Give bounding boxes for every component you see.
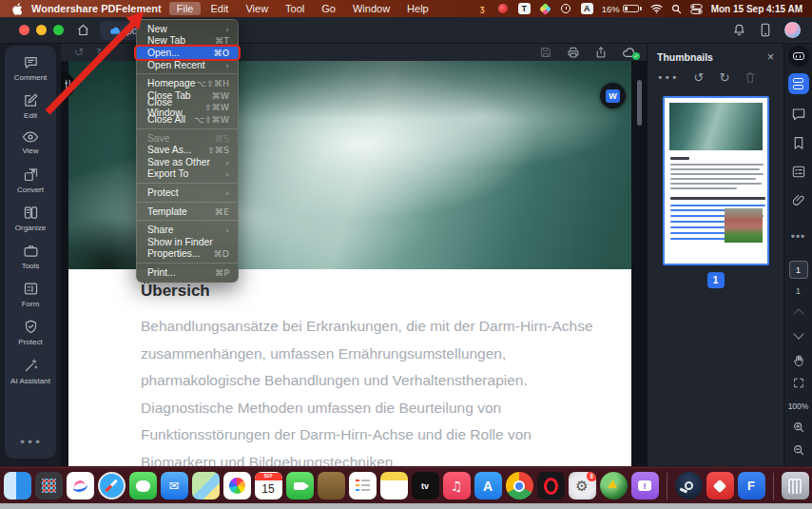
status-app-icon-1[interactable]: ʒ [476,3,489,15]
menubar-menu-go[interactable]: Go [314,2,343,15]
status-shortcuts-icon[interactable] [539,3,551,15]
comments-tab-icon[interactable] [791,108,805,121]
document-scrollbar[interactable] [637,80,642,126]
dock-opera-icon[interactable] [537,472,565,499]
sidebar-item-convert[interactable]: Convert [5,166,56,194]
dock-facetime-icon[interactable] [286,472,314,499]
sidebar-item-ai-assistant[interactable]: AI Assistant [5,358,56,385]
status-app-icon-2[interactable] [497,3,510,15]
minimize-window-button[interactable] [36,25,47,35]
fields-tab-icon[interactable] [791,165,805,179]
menubar-menu-view[interactable]: View [238,2,276,15]
menu-item-properties[interactable]: Properties...⌘D [137,248,238,261]
sidebar-item-view[interactable]: View [5,130,56,155]
menubar-clock[interactable]: Mon 15 Sep 4:15 AM [711,4,802,14]
previous-page-button[interactable] [795,310,802,318]
zoom-window-button[interactable] [53,25,64,35]
dock-red-diamond-app-icon[interactable] [706,472,734,499]
dock-settings-icon[interactable]: ⚙3 [569,472,596,499]
hand-tool-icon[interactable] [792,354,805,368]
sidebar-more-button[interactable]: ••• [19,436,42,449]
wifi-icon[interactable] [650,4,663,13]
undo-button[interactable]: ↺ [74,46,84,59]
menu-item-new[interactable]: New› [137,23,238,35]
menu-item-close-all[interactable]: Close All⌥⇧⌘W [137,113,238,126]
rotate-right-icon[interactable]: ↻ [719,70,729,85]
dock-music-icon[interactable]: ♫ [443,472,471,499]
menu-item-new-tab[interactable]: New Tab⌘T [137,35,238,48]
menu-item-template[interactable]: Template⌘E [137,206,238,218]
menu-item-homepage[interactable]: Homepage⌥⇧⌘H [137,77,238,89]
dock-launchpad-icon[interactable] [35,472,63,499]
dock-steam-icon[interactable] [675,472,703,499]
strip-more-button[interactable]: ••• [791,230,806,244]
apple-menu-icon[interactable] [10,2,22,15]
current-page-input[interactable]: 1 [789,261,808,279]
ai-chatbot-icon[interactable] [788,46,809,67]
dock-reminders-icon[interactable] [349,472,377,499]
menu-item-share[interactable]: Share› [137,224,238,236]
sidebar-item-protect[interactable]: Protect [5,319,56,346]
next-page-button[interactable] [795,330,802,338]
redo-button[interactable]: ↻ [96,46,106,59]
status-a-badge-icon[interactable]: A [581,3,593,14]
close-panel-icon[interactable]: × [767,51,774,63]
menu-item-print[interactable]: Print...⌘P [137,266,238,279]
notifications-bell-icon[interactable] [732,23,746,37]
status-t-badge-icon[interactable]: T [518,3,531,14]
menubar-app-name[interactable]: Wondershare PDFelement [31,3,162,14]
menubar-menu-file[interactable]: File [169,2,202,15]
dock-appstore-icon[interactable]: A [474,472,502,499]
share-button[interactable] [594,46,608,59]
control-center-icon[interactable] [690,4,703,14]
dock-safari-icon[interactable] [98,472,126,499]
dock-pdfelement-icon[interactable]: F [738,472,765,499]
bookmarks-tab-icon[interactable] [792,136,804,150]
rotate-left-icon[interactable]: ↺ [693,70,704,85]
menubar-menu-window[interactable]: Window [345,2,397,15]
menu-item-show-in-finder[interactable]: Show in Finder [137,236,238,248]
dock-mail-icon[interactable]: ✉ [161,472,188,499]
thumbnails-more-button[interactable]: ••• [657,71,678,84]
status-clock-icon[interactable] [560,3,572,15]
delete-page-icon[interactable] [744,71,756,84]
menu-item-close-window[interactable]: Close Window⇧⌘W [137,102,238,114]
zoom-out-icon[interactable] [792,443,805,457]
spotlight-search-icon[interactable] [671,4,682,14]
cloud-sync-button[interactable]: ✓ [622,47,637,58]
menu-item-protect[interactable]: Protect› [137,186,238,199]
dock-chat-app-icon[interactable]: ! [631,472,659,499]
sidebar-item-comment[interactable]: Comment [5,54,56,82]
dock-notes-icon[interactable] [380,472,408,499]
dock-photos-icon[interactable] [223,472,251,499]
menu-item-save-as-other[interactable]: Save as Other› [137,156,238,168]
dock-globe-arrow-app-icon[interactable] [600,472,628,499]
sidebar-item-form[interactable]: Form [5,281,56,308]
close-window-button[interactable] [19,25,29,35]
zoom-in-icon[interactable] [792,421,805,434]
menu-item-open-recent[interactable]: Open Recent› [137,59,238,71]
menubar-menu-tool[interactable]: Tool [278,2,312,15]
dock-freeform-icon[interactable] [67,472,94,499]
dock-tv-icon[interactable]: tv [412,472,439,499]
menubar-menu-help[interactable]: Help [399,2,436,15]
zoom-level-label[interactable]: 100% [788,401,809,411]
sidebar-item-organize[interactable]: Organize [5,205,56,232]
page-thumbnail[interactable] [663,96,769,265]
user-avatar[interactable] [784,22,801,38]
dock-trash-icon[interactable] [782,472,809,499]
menubar-menu-edit[interactable]: Edit [203,2,236,15]
sidebar-item-edit[interactable]: Edit [5,92,56,120]
thumbnails-tab-active[interactable] [788,73,809,94]
convert-to-word-badge[interactable]: W [600,83,626,108]
dock-books-icon[interactable] [318,472,345,499]
menu-item-export-to[interactable]: Export To› [137,168,238,181]
home-icon[interactable] [76,23,90,37]
dock-messages-icon[interactable] [129,472,157,499]
sidebar-item-tools[interactable]: Tools [5,243,56,270]
dock-chrome-icon[interactable] [506,472,533,499]
menu-item-open[interactable]: Open...⌘O [137,47,238,59]
dock-calendar-icon[interactable]: SEP15 [255,472,282,499]
save-button[interactable] [539,46,552,59]
dock-finder-icon[interactable] [4,472,31,499]
